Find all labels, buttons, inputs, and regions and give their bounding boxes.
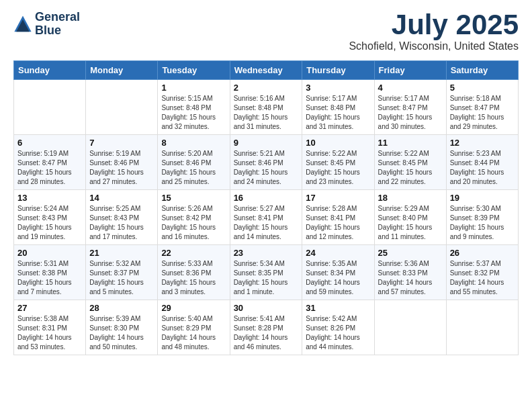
calendar-cell: 11Sunrise: 5:22 AMSunset: 8:45 PMDayligh… [374, 135, 446, 190]
logo-icon [13, 15, 32, 34]
weekday-header: Sunday [14, 61, 86, 80]
calendar-cell: 2Sunrise: 5:16 AMSunset: 8:48 PMDaylight… [230, 80, 302, 135]
month-title: July 2025 [349, 11, 519, 39]
day-info: Sunrise: 5:38 AMSunset: 8:31 PMDaylight:… [17, 314, 82, 352]
day-info: Sunrise: 5:17 AMSunset: 8:47 PMDaylight:… [378, 94, 443, 132]
day-info: Sunrise: 5:17 AMSunset: 8:48 PMDaylight:… [306, 94, 370, 132]
day-info: Sunrise: 5:23 AMSunset: 8:44 PMDaylight:… [450, 149, 515, 187]
day-info: Sunrise: 5:19 AMSunset: 8:47 PMDaylight:… [17, 149, 82, 187]
day-info: Sunrise: 5:36 AMSunset: 8:33 PMDaylight:… [378, 259, 443, 297]
calendar-cell: 22Sunrise: 5:33 AMSunset: 8:36 PMDayligh… [158, 245, 230, 300]
calendar-cell: 10Sunrise: 5:22 AMSunset: 8:45 PMDayligh… [302, 135, 374, 190]
day-info: Sunrise: 5:22 AMSunset: 8:45 PMDaylight:… [306, 149, 370, 187]
day-number: 14 [89, 193, 154, 203]
day-info: Sunrise: 5:25 AMSunset: 8:43 PMDaylight:… [89, 204, 154, 242]
day-info: Sunrise: 5:41 AMSunset: 8:28 PMDaylight:… [234, 314, 299, 352]
calendar-cell [446, 300, 518, 355]
calendar-cell: 19Sunrise: 5:30 AMSunset: 8:39 PMDayligh… [446, 190, 518, 245]
calendar-cell: 5Sunrise: 5:18 AMSunset: 8:47 PMDaylight… [446, 80, 518, 135]
weekday-header: Friday [374, 61, 446, 80]
calendar-cell: 28Sunrise: 5:39 AMSunset: 8:30 PMDayligh… [86, 300, 158, 355]
calendar-cell: 8Sunrise: 5:20 AMSunset: 8:46 PMDaylight… [158, 135, 230, 190]
day-number: 2 [234, 83, 299, 93]
day-info: Sunrise: 5:32 AMSunset: 8:37 PMDaylight:… [89, 259, 154, 297]
day-info: Sunrise: 5:15 AMSunset: 8:48 PMDaylight:… [161, 94, 226, 132]
day-number: 7 [89, 138, 154, 148]
logo-line2: Blue [35, 24, 80, 38]
day-number: 13 [17, 193, 82, 203]
day-info: Sunrise: 5:26 AMSunset: 8:42 PMDaylight:… [161, 204, 226, 242]
calendar-cell: 17Sunrise: 5:28 AMSunset: 8:41 PMDayligh… [302, 190, 374, 245]
calendar-body: 1Sunrise: 5:15 AMSunset: 8:48 PMDaylight… [14, 80, 519, 355]
calendar-week-row: 13Sunrise: 5:24 AMSunset: 8:43 PMDayligh… [14, 190, 519, 245]
day-number: 9 [234, 138, 299, 148]
calendar-cell: 9Sunrise: 5:21 AMSunset: 8:46 PMDaylight… [230, 135, 302, 190]
calendar-cell: 7Sunrise: 5:19 AMSunset: 8:46 PMDaylight… [86, 135, 158, 190]
day-info: Sunrise: 5:31 AMSunset: 8:38 PMDaylight:… [17, 259, 82, 297]
day-number: 19 [450, 193, 515, 203]
day-info: Sunrise: 5:42 AMSunset: 8:26 PMDaylight:… [306, 314, 370, 352]
calendar-week-row: 1Sunrise: 5:15 AMSunset: 8:48 PMDaylight… [14, 80, 519, 135]
day-number: 4 [378, 83, 443, 93]
calendar-cell: 16Sunrise: 5:27 AMSunset: 8:41 PMDayligh… [230, 190, 302, 245]
calendar-cell: 18Sunrise: 5:29 AMSunset: 8:40 PMDayligh… [374, 190, 446, 245]
day-number: 8 [161, 138, 226, 148]
day-info: Sunrise: 5:33 AMSunset: 8:36 PMDaylight:… [161, 259, 226, 297]
day-number: 20 [17, 248, 82, 258]
day-number: 17 [306, 193, 370, 203]
day-info: Sunrise: 5:28 AMSunset: 8:41 PMDaylight:… [306, 204, 370, 242]
day-number: 10 [306, 138, 370, 148]
day-info: Sunrise: 5:22 AMSunset: 8:45 PMDaylight:… [378, 149, 443, 187]
day-number: 28 [89, 303, 154, 313]
calendar-cell: 13Sunrise: 5:24 AMSunset: 8:43 PMDayligh… [14, 190, 86, 245]
calendar-cell: 20Sunrise: 5:31 AMSunset: 8:38 PMDayligh… [14, 245, 86, 300]
weekday-header: Wednesday [230, 61, 302, 80]
day-number: 18 [378, 193, 443, 203]
calendar-cell: 4Sunrise: 5:17 AMSunset: 8:47 PMDaylight… [374, 80, 446, 135]
calendar-cell: 23Sunrise: 5:34 AMSunset: 8:35 PMDayligh… [230, 245, 302, 300]
calendar-cell: 21Sunrise: 5:32 AMSunset: 8:37 PMDayligh… [86, 245, 158, 300]
calendar-cell: 12Sunrise: 5:23 AMSunset: 8:44 PMDayligh… [446, 135, 518, 190]
header: General Blue July 2025 Schofield, Wiscon… [13, 11, 519, 52]
day-info: Sunrise: 5:24 AMSunset: 8:43 PMDaylight:… [17, 204, 82, 242]
weekday-row: SundayMondayTuesdayWednesdayThursdayFrid… [14, 61, 519, 80]
calendar-cell: 1Sunrise: 5:15 AMSunset: 8:48 PMDaylight… [158, 80, 230, 135]
day-number: 12 [450, 138, 515, 148]
day-info: Sunrise: 5:19 AMSunset: 8:46 PMDaylight:… [89, 149, 154, 187]
logo-line1: General [35, 11, 80, 24]
calendar-cell: 29Sunrise: 5:40 AMSunset: 8:29 PMDayligh… [158, 300, 230, 355]
day-info: Sunrise: 5:27 AMSunset: 8:41 PMDaylight:… [234, 204, 299, 242]
day-info: Sunrise: 5:39 AMSunset: 8:30 PMDaylight:… [89, 314, 154, 352]
calendar-cell: 26Sunrise: 5:37 AMSunset: 8:32 PMDayligh… [446, 245, 518, 300]
day-number: 22 [161, 248, 226, 258]
day-number: 24 [306, 248, 370, 258]
calendar-cell [374, 300, 446, 355]
calendar-cell: 31Sunrise: 5:42 AMSunset: 8:26 PMDayligh… [302, 300, 374, 355]
calendar-cell: 24Sunrise: 5:35 AMSunset: 8:34 PMDayligh… [302, 245, 374, 300]
location-title: Schofield, Wisconsin, United States [349, 40, 519, 52]
day-info: Sunrise: 5:29 AMSunset: 8:40 PMDaylight:… [378, 204, 443, 242]
calendar-cell: 3Sunrise: 5:17 AMSunset: 8:48 PMDaylight… [302, 80, 374, 135]
day-number: 23 [234, 248, 299, 258]
day-number: 15 [161, 193, 226, 203]
day-number: 31 [306, 303, 370, 313]
weekday-header: Thursday [302, 61, 374, 80]
weekday-header: Saturday [446, 61, 518, 80]
title-block: July 2025 Schofield, Wisconsin, United S… [349, 11, 519, 52]
calendar-cell: 6Sunrise: 5:19 AMSunset: 8:47 PMDaylight… [14, 135, 86, 190]
day-info: Sunrise: 5:34 AMSunset: 8:35 PMDaylight:… [234, 259, 299, 297]
day-number: 30 [234, 303, 299, 313]
weekday-header: Monday [86, 61, 158, 80]
day-number: 21 [89, 248, 154, 258]
day-number: 27 [17, 303, 82, 313]
day-number: 5 [450, 83, 515, 93]
day-number: 29 [161, 303, 226, 313]
calendar-week-row: 20Sunrise: 5:31 AMSunset: 8:38 PMDayligh… [14, 245, 519, 300]
day-number: 6 [17, 138, 82, 148]
calendar-cell: 25Sunrise: 5:36 AMSunset: 8:33 PMDayligh… [374, 245, 446, 300]
logo-text: General Blue [35, 11, 80, 38]
day-info: Sunrise: 5:18 AMSunset: 8:47 PMDaylight:… [450, 94, 515, 132]
day-info: Sunrise: 5:30 AMSunset: 8:39 PMDaylight:… [450, 204, 515, 242]
calendar-cell [14, 80, 86, 135]
day-info: Sunrise: 5:35 AMSunset: 8:34 PMDaylight:… [306, 259, 370, 297]
